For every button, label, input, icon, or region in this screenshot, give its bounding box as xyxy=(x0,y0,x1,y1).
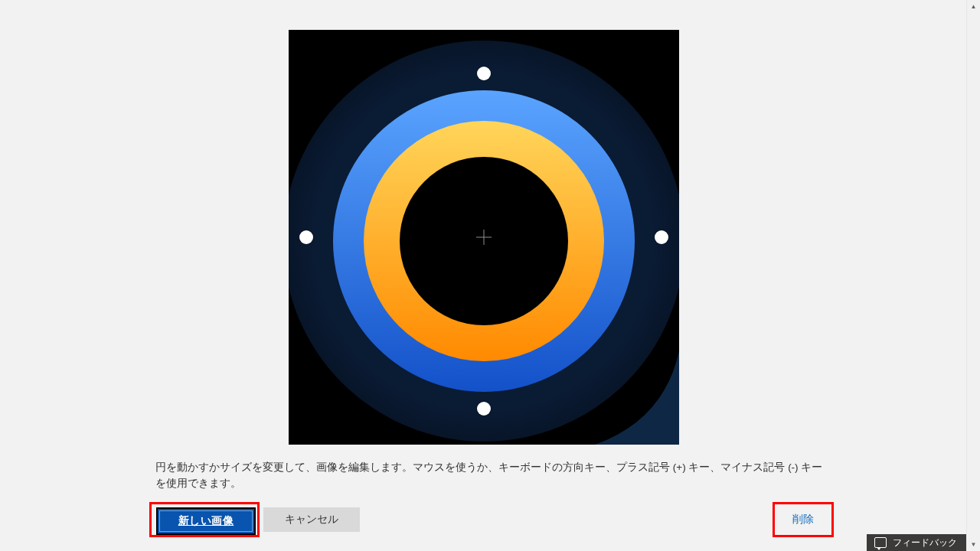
profile-ring-image xyxy=(289,30,679,445)
new-image-button[interactable]: 新しい画像 xyxy=(156,507,256,535)
vertical-scrollbar[interactable]: ▲ ▼ xyxy=(966,0,980,551)
resize-handle-bottom-icon[interactable] xyxy=(477,402,491,416)
chat-bubble-icon xyxy=(874,537,887,548)
resize-handle-right-icon[interactable] xyxy=(655,230,668,244)
action-button-row: 新しい画像 キャンセル 削除 xyxy=(149,502,835,537)
crop-instructions-text: 円を動かすかサイズを変更して、画像を編集します。マウスを使うか、キーボードの方向… xyxy=(155,460,829,492)
feedback-label: フィードバック xyxy=(893,536,957,549)
image-crop-editor[interactable] xyxy=(289,30,679,445)
feedback-button[interactable]: フィードバック xyxy=(867,534,966,551)
delete-button[interactable]: 削除 xyxy=(779,507,827,532)
scroll-up-icon[interactable]: ▲ xyxy=(967,0,980,13)
scroll-down-icon[interactable]: ▼ xyxy=(967,538,980,551)
resize-handle-left-icon[interactable] xyxy=(299,230,313,244)
resize-handle-top-icon[interactable] xyxy=(477,67,491,80)
cancel-button[interactable]: キャンセル xyxy=(263,507,360,532)
svg-point-4 xyxy=(400,157,568,325)
